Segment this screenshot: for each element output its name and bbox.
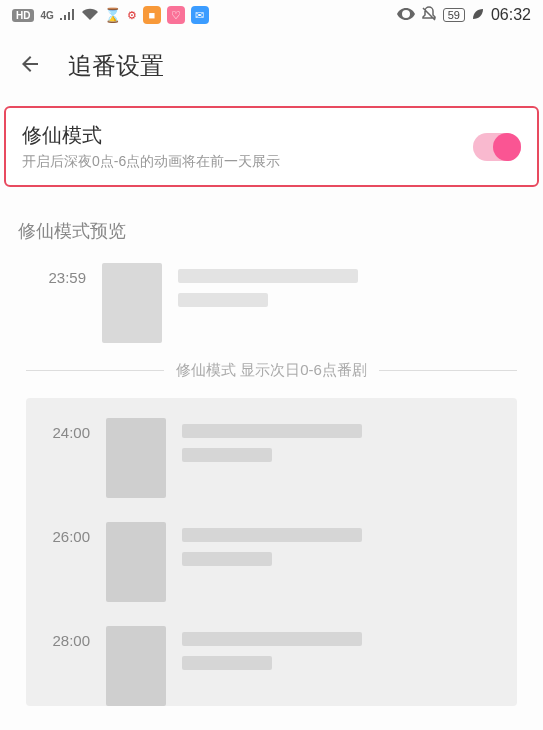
page-header: 追番设置 (0, 30, 543, 106)
placeholder-line (182, 552, 272, 566)
placeholder-line (182, 528, 362, 542)
network-4g-icon: 4G (40, 10, 53, 21)
divider-text: 修仙模式 显示次日0-6点番剧 (176, 361, 367, 380)
preview-lines (182, 626, 501, 680)
status-left: HD 4G ⌛ ⚙ ■ ♡ ✉ (12, 6, 209, 24)
setting-xiuxian-mode: 修仙模式 开启后深夜0点-6点的动画将在前一天展示 (4, 106, 539, 187)
placeholder-line (178, 269, 358, 283)
setting-title: 修仙模式 (22, 122, 473, 149)
preview-row: 23:59 (26, 263, 517, 343)
placeholder-line (178, 293, 268, 307)
notification-mute-icon (421, 6, 437, 25)
preview-next-day-block: 24:00 26:00 28:00 (26, 398, 517, 706)
signal-icon (60, 7, 76, 23)
preview-area: 23:59 修仙模式 显示次日0-6点番剧 24:00 26:00 (0, 263, 543, 706)
preview-thumbnail (106, 626, 166, 706)
hd-badge: HD (12, 9, 34, 22)
status-right: 59 06:32 (397, 6, 531, 25)
divider-rule (26, 370, 164, 371)
eye-icon (397, 7, 415, 23)
battery-icon: 59 (443, 8, 465, 22)
divider-rule (379, 370, 517, 371)
placeholder-line (182, 632, 362, 646)
app-icon-blue: ✉ (191, 6, 209, 24)
preview-lines (182, 522, 501, 576)
placeholder-line (182, 424, 362, 438)
placeholder-line (182, 448, 272, 462)
preview-divider: 修仙模式 显示次日0-6点番剧 (26, 361, 517, 380)
setting-description: 开启后深夜0点-6点的动画将在前一天展示 (22, 153, 473, 171)
preview-row: 28:00 (42, 626, 501, 706)
clock-time: 06:32 (491, 6, 531, 24)
app-icon-pink: ♡ (167, 6, 185, 24)
toggle-knob (493, 133, 521, 161)
preview-time: 28:00 (42, 626, 90, 649)
preview-time: 26:00 (42, 522, 90, 545)
placeholder-line (182, 656, 272, 670)
status-bar: HD 4G ⌛ ⚙ ■ ♡ ✉ 59 06:32 (0, 0, 543, 30)
setting-text: 修仙模式 开启后深夜0点-6点的动画将在前一天展示 (22, 122, 473, 171)
preview-lines (178, 263, 517, 317)
hourglass-icon: ⌛ (104, 7, 121, 23)
preview-thumbnail (106, 522, 166, 602)
preview-lines (182, 418, 501, 472)
app-icon-1: ⚙ (127, 9, 137, 22)
preview-time: 23:59 (26, 263, 86, 286)
wifi-icon (82, 7, 98, 23)
preview-thumbnail (106, 418, 166, 498)
page-title: 追番设置 (68, 50, 164, 82)
preview-row: 26:00 (42, 522, 501, 602)
app-icon-orange: ■ (143, 6, 161, 24)
preview-thumbnail (102, 263, 162, 343)
preview-row: 24:00 (42, 418, 501, 498)
leaf-icon (471, 7, 485, 24)
back-button[interactable] (18, 52, 42, 80)
xiuxian-mode-toggle[interactable] (473, 133, 521, 161)
preview-section-label: 修仙模式预览 (0, 187, 543, 263)
preview-time: 24:00 (42, 418, 90, 441)
